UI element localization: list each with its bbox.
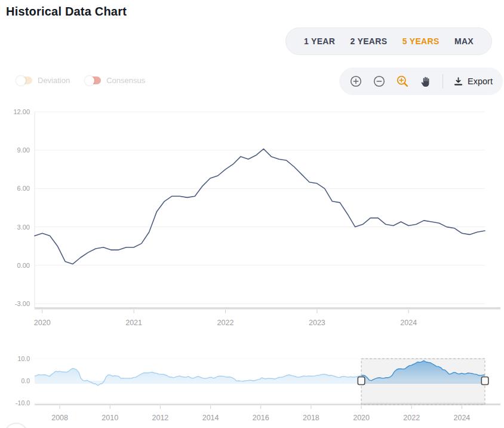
main-chart-canvas: 12.009.006.003.000.00-3.0020202021202220… [0,105,504,332]
chart-toolbar: Export [339,68,503,95]
axis-label: 10.0 [18,355,30,362]
axis-label: 2023 [309,319,325,327]
deviation-toggle-switch[interactable] [17,77,32,84]
toggle-knob [16,76,26,85]
axis-label: 2008 [51,414,68,422]
price-line-series [35,149,485,264]
toolbar-divider [442,74,443,88]
axis-label: 2010 [102,414,118,422]
navigator-selection[interactable] [361,359,485,405]
axis-label: 2014 [202,414,219,422]
range-max[interactable]: MAX [454,36,474,46]
zoom-in-icon[interactable] [349,75,362,88]
axis-label: 2016 [253,414,269,422]
consensus-toggle-switch[interactable] [85,77,101,84]
axis-label: 0.0 [21,377,30,384]
consensus-label: Consensus [106,76,145,85]
main-grid: 12.009.006.003.000.00-3.0020202021202220… [13,108,500,327]
axis-label: 2022 [403,414,420,422]
axis-label: 2018 [303,414,319,422]
page-title: Historical Data Chart [6,5,127,19]
axis-label: 3.00 [17,224,30,231]
axis-label: 12.00 [13,108,30,115]
axis-label: 2024 [453,414,470,422]
chart-legend: Deviation Consensus [17,76,145,85]
axis-label: 2024 [400,319,417,327]
axis-label: 2021 [125,319,142,327]
main-chart[interactable]: 12.009.006.003.000.00-3.0020202021202220… [0,105,504,332]
download-icon [453,77,463,87]
selection-zoom-icon[interactable] [396,75,410,88]
axis-label: 2022 [217,319,234,327]
unselected-mask [35,356,361,404]
axis-label: 6.00 [17,185,30,192]
export-button[interactable]: Export [453,77,493,87]
range-5-years[interactable]: 5 YEARS [402,36,440,46]
axis-label: -3.00 [15,300,30,307]
axis-label: 2020 [353,414,370,422]
axis-label: 9.00 [17,146,30,154]
zoom-out-icon[interactable] [373,75,386,88]
navigator-canvas: 10.00.0-10.02008201020122014201620182020… [0,353,504,428]
deviation-label: Deviation [38,76,70,85]
nav-handle-left[interactable] [358,377,365,385]
legend-item-consensus[interactable]: Consensus [85,76,145,85]
axis-label: -10.0 [16,399,30,406]
export-label: Export [468,77,493,86]
axis-label: 0.00 [17,262,30,269]
toggle-knob [85,76,94,85]
axis-label: 2020 [34,319,51,327]
pan-hand-icon[interactable] [420,75,432,88]
axis-label: 2012 [152,414,168,422]
range-2-years[interactable]: 2 YEARS [351,36,388,46]
navigator-chart[interactable]: 10.00.0-10.02008201020122014201620182020… [0,353,504,428]
nav-handle-right[interactable] [481,377,488,385]
legend-item-deviation[interactable]: Deviation [17,76,70,85]
range-1-year[interactable]: 1 YEAR [304,36,335,46]
range-selector: 1 YEAR 2 YEARS 5 YEARS MAX [285,27,492,55]
